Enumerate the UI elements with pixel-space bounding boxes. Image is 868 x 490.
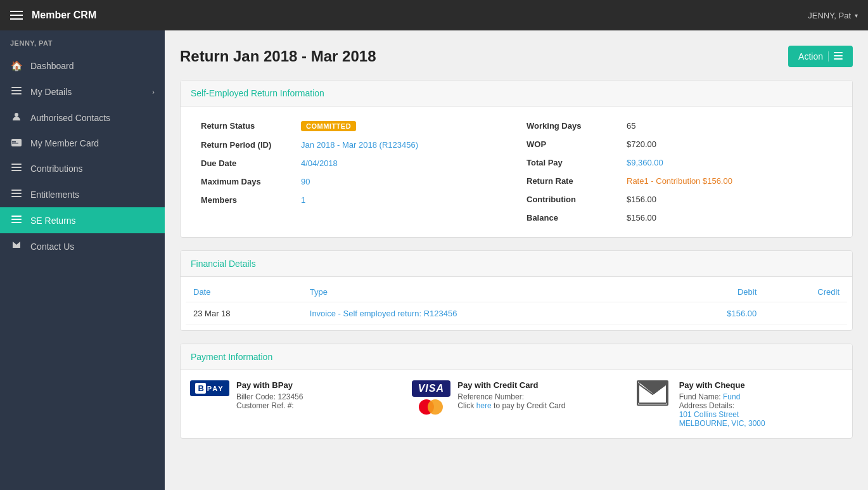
page-header: Return Jan 2018 - Mar 2018 Action: [180, 46, 853, 67]
cheque-title: Pay with Cheque: [679, 380, 765, 390]
due-date-label: Due Date: [201, 158, 296, 168]
entitlements-icon: [10, 188, 23, 200]
working-days-label: Working Days: [527, 121, 622, 131]
visa-logo-img: VISA: [412, 380, 450, 397]
action-button[interactable]: Action: [788, 46, 853, 67]
cheque-address-line2: MELBOURNE, VIC, 3000: [679, 419, 765, 428]
sidebar-item-label: Entitlements: [30, 190, 79, 200]
financial-details-body: Date Type Debit Credit 23 Mar 18 Invoice…: [181, 282, 852, 330]
due-date-row: Due Date 4/04/2018: [201, 154, 506, 172]
return-status-row: Return Status COMMITTED: [201, 117, 506, 136]
col-debit: Debit: [664, 282, 764, 302]
main-content: Return Jan 2018 - Mar 2018 Action Self-E…: [165, 30, 868, 490]
sidebar-item-label: My Member Card: [30, 138, 99, 148]
row-type[interactable]: Invoice - Self employed return: R123456: [302, 302, 664, 325]
se-returns-icon: [10, 214, 23, 226]
info-col-left: Return Status COMMITTED Return Period (I…: [191, 117, 516, 227]
chevron-right-icon: ›: [152, 88, 155, 96]
bpay-biller-code: Biller Code: 123456: [236, 392, 303, 401]
sidebar-item-label: Authorised Contacts: [30, 113, 110, 123]
user-menu[interactable]: JENNY, Pat ▾: [808, 11, 858, 20]
financial-table: Date Type Debit Credit 23 Mar 18 Invoice…: [186, 282, 847, 325]
credit-card-payment: VISA Pay with Credit Card Reference Numb…: [412, 380, 620, 428]
wop-value: $720.00: [627, 139, 656, 149]
svg-rect-4: [11, 139, 22, 146]
due-date-value[interactable]: 4/04/2018: [301, 158, 338, 168]
svg-rect-16: [834, 52, 843, 53]
bpay-logo-img: B PAY: [190, 380, 229, 396]
info-col-right: Working Days 65 WOP $720.00 Total Pay $9…: [516, 117, 842, 227]
cheque-payment: Pay with Cheque Fund Name: Fund Address …: [634, 380, 842, 428]
sidebar-item-contributions[interactable]: Contributions: [0, 155, 165, 181]
home-icon: 🏠: [10, 60, 23, 72]
col-type: Type: [302, 282, 664, 302]
cheque-address-line1: 101 Collins Street: [679, 410, 765, 419]
sidebar-item-authorised-contacts[interactable]: Authorised Contacts: [0, 105, 165, 131]
sidebar-item-label: Dashboard: [30, 61, 74, 71]
credit-card-here-link[interactable]: here: [476, 401, 492, 410]
sidebar-item-my-details[interactable]: My Details ›: [0, 79, 165, 105]
sidebar-item-se-returns[interactable]: SE Returns: [0, 207, 165, 233]
sidebar-item-entitlements[interactable]: Entitlements: [0, 181, 165, 207]
return-rate-label: Return Rate: [527, 176, 622, 186]
col-date: Date: [186, 282, 302, 302]
envelope-icon: [637, 380, 668, 406]
return-rate-row: Return Rate Rate1 - Contribution $156.00: [527, 172, 832, 190]
cheque-fund-value: Fund: [723, 392, 740, 401]
bpay-info: Pay with BPay Biller Code: 123456 Custom…: [236, 380, 303, 410]
credit-card-click-link: Click here to pay by Credit Card: [457, 401, 565, 410]
contribution-label: Contribution: [527, 195, 622, 204]
total-pay-row: Total Pay $9,360.00: [527, 153, 832, 172]
sidebar-item-my-member-card[interactable]: My Member Card: [0, 131, 165, 155]
contact-us-icon: [10, 240, 23, 252]
row-date: 23 Mar 18: [186, 302, 302, 325]
mc-circle-orange: [428, 399, 443, 415]
return-period-row: Return Period (ID) Jan 2018 - Mar 2018 (…: [201, 136, 506, 154]
financial-details-section: Financial Details Date Type Debit Credit…: [180, 250, 853, 331]
svg-rect-18: [834, 58, 843, 60]
svg-rect-11: [11, 193, 22, 194]
members-value[interactable]: 1: [301, 195, 305, 205]
svg-point-3: [15, 113, 18, 117]
table-row: 23 Mar 18 Invoice - Self employed return…: [186, 302, 847, 325]
credit-card-title: Pay with Credit Card: [457, 380, 565, 390]
balance-row: Balance $156.00: [527, 209, 832, 227]
row-debit: $156.00: [664, 302, 764, 325]
contributions-icon: [10, 162, 23, 174]
working-days-value: 65: [627, 121, 635, 131]
sidebar-item-label: Contact Us: [30, 242, 74, 252]
hamburger-menu[interactable]: [10, 11, 23, 20]
sidebar-item-contact-us[interactable]: Contact Us: [0, 233, 165, 259]
return-info-section: Self-Employed Return Information Return …: [180, 80, 853, 238]
svg-rect-19: [639, 383, 667, 403]
return-period-value[interactable]: Jan 2018 - Mar 2018 (R123456): [301, 140, 418, 150]
balance-value: $156.00: [627, 213, 656, 222]
balance-label: Balance: [527, 213, 622, 222]
max-days-value[interactable]: 90: [301, 177, 310, 186]
svg-rect-13: [11, 216, 22, 217]
action-menu-icon: [834, 51, 843, 61]
working-days-row: Working Days 65: [527, 117, 832, 135]
svg-rect-14: [11, 219, 22, 220]
visa-mc-logo: VISA: [412, 380, 450, 415]
svg-rect-8: [11, 167, 22, 168]
navbar: Member CRM JENNY, Pat ▾: [0, 0, 868, 30]
sidebar-item-dashboard[interactable]: 🏠 Dashboard: [0, 53, 165, 79]
payment-grid: B PAY Pay with BPay Biller Code: 123456 …: [181, 370, 852, 438]
svg-rect-1: [11, 90, 22, 91]
max-days-row: Maximum Days 90: [201, 172, 506, 191]
cheque-fund: Fund Name: Fund: [679, 392, 765, 401]
return-period-label: Return Period (ID): [201, 140, 296, 150]
cheque-info: Pay with Cheque Fund Name: Fund Address …: [679, 380, 765, 428]
payment-info-header: Payment Information: [181, 344, 852, 370]
layout: JENNY, PAT 🏠 Dashboard My Details › Auth…: [0, 30, 868, 490]
contribution-value: $156.00: [627, 195, 656, 204]
payment-info-section: Payment Information B PAY Pay with BPay …: [180, 344, 853, 439]
bpay-logo: B PAY: [191, 380, 229, 396]
button-divider: [828, 51, 829, 61]
credit-card-ref: Reference Number:: [457, 392, 565, 401]
total-pay-label: Total Pay: [527, 158, 622, 167]
cheque-address-label: Address Details:: [679, 401, 765, 410]
user-caret-icon: ▾: [855, 12, 858, 19]
sidebar-item-label: Contributions: [30, 164, 83, 174]
